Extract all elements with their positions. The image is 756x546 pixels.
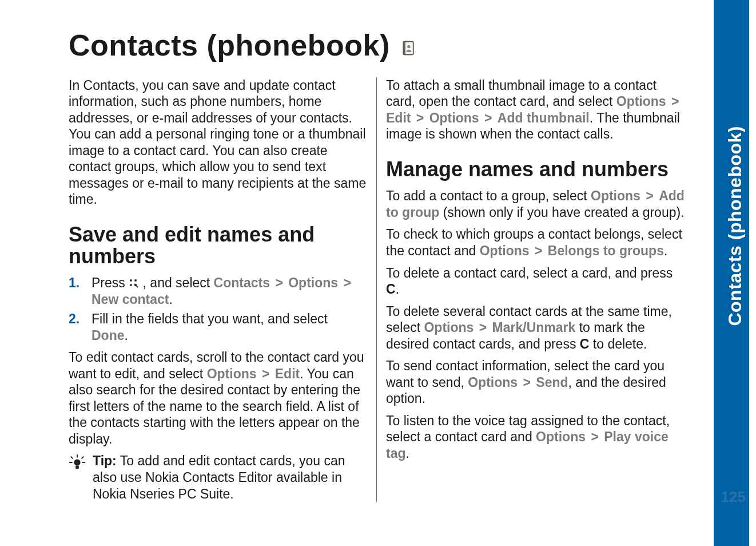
column-right: To attach a small thumbnail image to a c… (377, 77, 685, 502)
edit-paragraph: To edit contact cards, scroll to the con… (69, 349, 367, 447)
tip-body: Tip: To add and edit contact cards, you … (90, 453, 367, 502)
page-body: Contacts (phonebook) In Contacts, you ca… (0, 0, 711, 546)
breadcrumb-sep: > (478, 320, 488, 335)
tip-text: To add and edit contact cards, you can a… (93, 453, 345, 501)
step-2-dot: . (125, 328, 128, 343)
menu-edit: Edit (386, 110, 411, 125)
menu-options: Options (480, 243, 530, 258)
step-1-number: 1. (69, 275, 79, 291)
belongs-paragraph: To check to which groups a contact belon… (386, 226, 685, 259)
svg-rect-1 (405, 42, 413, 55)
tip-label: Tip: (93, 453, 117, 468)
send-paragraph: To send contact information, select the … (386, 358, 685, 407)
key-c: C (580, 337, 590, 351)
menu-contacts: Contacts (214, 275, 270, 290)
key-c: C (386, 282, 396, 296)
voice-dot: . (406, 446, 409, 461)
breadcrumb-sep: > (483, 110, 494, 125)
menu-belongs-to-groups: Belongs to groups (548, 243, 664, 258)
delmany-post: to delete. (589, 337, 647, 351)
delmany-paragraph: To delete several contact cards at the s… (386, 303, 685, 353)
thumb-paragraph: To attach a small thumbnail image to a c… (386, 77, 685, 143)
svg-point-5 (130, 284, 132, 286)
menu-key-icon (129, 276, 139, 286)
step-2-number: 2. (69, 311, 79, 327)
page-number: 125 (721, 488, 746, 506)
spine-label: Contacts (phonebook) (725, 126, 746, 326)
step-2: 2. Fill in the fields that you want, and… (69, 311, 367, 343)
svg-line-8 (71, 457, 73, 459)
breadcrumb-sep: > (260, 366, 271, 381)
breadcrumb-sep: > (521, 375, 532, 390)
step-2-pre: Fill in the fields that you want, and se… (91, 311, 328, 326)
menu-mark-unmark: Mark/Unmark (492, 320, 576, 335)
column-left: In Contacts, you can save and update con… (69, 77, 377, 502)
contacts-icon (400, 40, 416, 56)
delete-paragraph: To delete a contact card, select a card,… (386, 265, 685, 298)
svg-point-2 (407, 45, 410, 48)
menu-options: Options (424, 320, 474, 335)
heading-save-edit: Save and edit names and numbers (69, 224, 367, 267)
svg-line-9 (82, 457, 84, 459)
step-1-post: , and select (139, 275, 213, 290)
delete-dot: . (396, 282, 399, 296)
intro-text: In Contacts, you can save and update con… (69, 77, 367, 208)
menu-options: Options (207, 366, 257, 381)
columns: In Contacts, you can save and update con… (69, 77, 700, 502)
menu-options: Options (288, 275, 338, 290)
menu-options: Options (536, 429, 586, 444)
heading-manage: Manage names and numbers (386, 159, 685, 180)
menu-options: Options (429, 110, 479, 125)
breadcrumb-sep: > (273, 275, 284, 290)
steps-list: 1. Press , and select Contacts > Options (69, 275, 367, 343)
breadcrumb-sep: > (342, 275, 353, 290)
menu-send: Send (536, 375, 568, 390)
breadcrumb-sep: > (589, 429, 600, 444)
menu-edit: Edit (275, 366, 300, 381)
belongs-dot: . (664, 243, 667, 258)
breadcrumb-sep: > (415, 110, 425, 125)
svg-point-6 (134, 284, 137, 286)
voice-paragraph: To listen to the voice tag assigned to t… (386, 413, 685, 462)
side-spine: Contacts (phonebook) 125 (714, 0, 756, 546)
addgroup-post: (shown only if you have created a group)… (439, 205, 684, 220)
svg-point-4 (134, 279, 137, 282)
menu-options: Options (616, 94, 666, 109)
menu-options: Options (591, 188, 640, 203)
step-1-dot: . (169, 292, 172, 307)
menu-add-thumbnail: Add thumbnail (498, 110, 590, 125)
breadcrumb-sep: > (533, 243, 544, 258)
step-1-pre: Press (91, 275, 129, 290)
menu-options: Options (468, 375, 518, 390)
step-1: 1. Press , and select Contacts > Options (69, 275, 367, 307)
page-title: Contacts (phonebook) (69, 30, 390, 61)
tip-block: Tip: To add and edit contact cards, you … (69, 453, 367, 502)
breadcrumb-sep: > (644, 188, 655, 203)
breadcrumb-sep: > (670, 94, 681, 109)
menu-done: Done (91, 328, 125, 343)
menu-new-contact: New contact (91, 292, 169, 307)
svg-point-3 (130, 279, 132, 282)
svg-rect-13 (75, 466, 79, 469)
title-row: Contacts (phonebook) (69, 30, 700, 61)
svg-point-12 (74, 460, 80, 466)
tip-icon (69, 453, 90, 475)
addgroup-paragraph: To add a contact to a group, select Opti… (386, 188, 685, 220)
addgroup-pre: To add a contact to a group, select (386, 188, 591, 203)
delete-pre: To delete a contact card, select a card,… (386, 266, 673, 280)
